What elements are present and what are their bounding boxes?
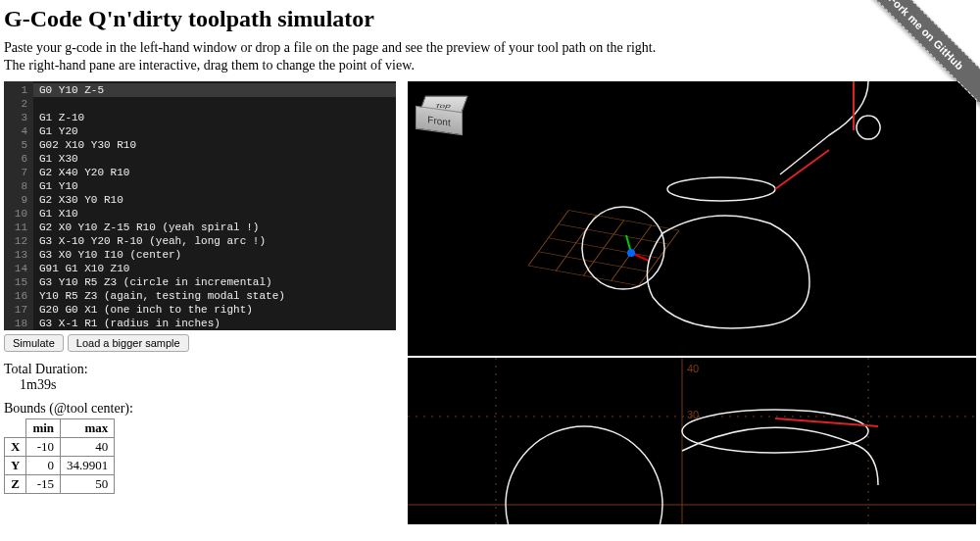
- viewport-2d[interactable]: 40 30: [408, 358, 976, 524]
- intro-line-1: Paste your g-code in the left-hand windo…: [4, 40, 980, 56]
- load-sample-button[interactable]: Load a bigger sample: [68, 334, 189, 352]
- svg-line-5: [568, 211, 679, 231]
- line-number: 9: [4, 193, 27, 207]
- table-row: Y 0 34.9901: [5, 457, 115, 475]
- line-number: 6: [4, 152, 27, 166]
- line-number: 3: [4, 111, 27, 124]
- duration-label: Total Duration:: [4, 362, 396, 377]
- code-line[interactable]: G3 X-10 Y20 R-10 (yeah, long arc !): [39, 235, 266, 247]
- svg-line-7: [549, 238, 660, 259]
- toolpath-2d-icon: 40 30: [408, 358, 976, 524]
- page-title: G-Code Q'n'dirty toolpath simulator: [4, 6, 980, 32]
- bounds-value: 50: [61, 475, 115, 494]
- code-line[interactable]: G3 X-1 R1 (radius in inches): [39, 318, 220, 329]
- code-line[interactable]: G1 Z-10: [39, 112, 84, 123]
- code-line[interactable]: G1 X30: [39, 153, 78, 165]
- toolpath-3d-icon: [408, 81, 976, 356]
- code-lines[interactable]: G0 Y10 Z-5G1 Z-10G1 Y20G02 X10 Y30 R10G1…: [33, 81, 396, 330]
- line-number: 17: [4, 303, 27, 317]
- line-number: 4: [4, 124, 27, 138]
- code-line[interactable]: G1 Y20: [39, 125, 78, 137]
- svg-line-6: [559, 224, 669, 245]
- gcode-editor[interactable]: 12345678910111213141516171819202122 G0 Y…: [4, 81, 396, 330]
- line-number: 16: [4, 289, 27, 303]
- code-line[interactable]: G2 X0 Y10 Z-15 R10 (yeah spiral !): [39, 221, 259, 233]
- code-line[interactable]: G91 G1 X10 Z10: [39, 263, 129, 274]
- code-line[interactable]: G1 Y10: [39, 180, 78, 192]
- table-row: X -10 40: [5, 438, 115, 457]
- code-line[interactable]: G3 X0 Y10 I10 (center): [39, 249, 181, 261]
- bounds-value: 0: [26, 457, 61, 475]
- bounds-value: -10: [26, 438, 61, 457]
- intro-line-2: The right-hand pane are interactive, dra…: [4, 58, 980, 74]
- line-number: 15: [4, 275, 27, 289]
- code-line[interactable]: G3 Y10 R5 Z3 (circle in incremental): [39, 276, 272, 288]
- line-gutter: 12345678910111213141516171819202122: [4, 81, 33, 330]
- line-number: 8: [4, 179, 27, 193]
- svg-point-22: [506, 426, 662, 524]
- line-number: 10: [4, 207, 27, 221]
- button-row: Simulate Load a bigger sample: [4, 334, 396, 352]
- svg-point-14: [582, 207, 664, 289]
- table-row: Z -15 50: [5, 475, 115, 494]
- line-number: 5: [4, 138, 27, 152]
- info-panel: Total Duration: 1m39s Bounds (@tool cent…: [4, 362, 396, 494]
- bounds-label: Bounds (@tool center):: [4, 401, 396, 417]
- line-number: 7: [4, 166, 27, 179]
- bounds-header-max: max: [61, 419, 115, 438]
- code-line[interactable]: Y10 R5 Z3 (again, testing modal state): [39, 290, 285, 302]
- left-panel: 12345678910111213141516171819202122 G0 Y…: [4, 81, 396, 524]
- bounds-table: min max X -10 40 Y 0 34.9901 Z -15 50: [4, 418, 115, 494]
- line-number: 11: [4, 221, 27, 234]
- code-line[interactable]: G2 X30 Y0 R10: [39, 194, 123, 206]
- line-number: 1: [4, 83, 27, 97]
- bounds-value: 40: [61, 438, 115, 457]
- code-line[interactable]: G2 X40 Y20 R10: [39, 167, 129, 178]
- bounds-value: 34.9901: [61, 457, 115, 475]
- line-number: 13: [4, 248, 27, 262]
- axis-label: X: [5, 438, 26, 457]
- svg-line-0: [528, 211, 568, 266]
- svg-line-9: [528, 266, 639, 286]
- line-number: 2: [4, 97, 27, 111]
- line-number: 14: [4, 262, 27, 275]
- code-line[interactable]: G20 G0 X1 (one inch to the right): [39, 304, 253, 316]
- axis-label: Z: [5, 475, 26, 494]
- code-line[interactable]: G02 X10 Y30 R10: [39, 139, 136, 151]
- bounds-header-min: min: [26, 419, 61, 438]
- line-number: 12: [4, 234, 27, 248]
- svg-point-13: [667, 177, 775, 201]
- viewport-3d[interactable]: Top Front: [408, 81, 976, 356]
- duration-value: 1m39s: [20, 377, 396, 393]
- code-line[interactable]: G1 X10: [39, 208, 78, 220]
- main-layout: 12345678910111213141516171819202122 G0 Y…: [4, 81, 976, 524]
- svg-text:40: 40: [687, 363, 699, 374]
- svg-line-24: [775, 418, 878, 426]
- code-line[interactable]: G0 Y10 Z-5: [33, 83, 396, 97]
- axis-label: Y: [5, 457, 26, 475]
- svg-point-12: [627, 249, 635, 257]
- bounds-value: -15: [26, 475, 61, 494]
- simulate-button[interactable]: Simulate: [4, 334, 64, 352]
- right-panel: Top Front: [408, 81, 976, 524]
- line-number: 18: [4, 317, 27, 330]
- svg-point-23: [682, 410, 868, 453]
